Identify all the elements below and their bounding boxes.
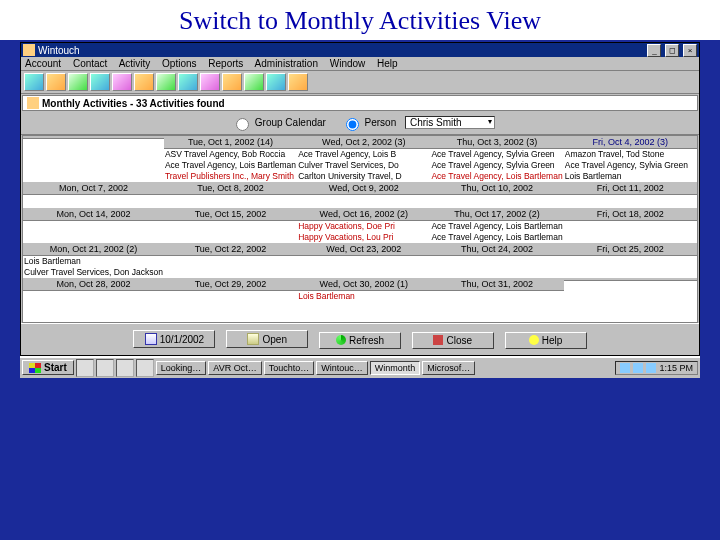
- day-cell[interactable]: [23, 136, 164, 182]
- activity-item[interactable]: Happy Vacations, Doe Pri: [298, 221, 429, 232]
- activity-item[interactable]: Ace Travel Agency, Lois Bartleman: [165, 160, 296, 171]
- refresh-button[interactable]: Refresh: [319, 332, 401, 349]
- day-cell[interactable]: Fri, Oct 25, 2002: [564, 243, 697, 278]
- toolbar-btn-8[interactable]: [178, 73, 198, 91]
- activity-item[interactable]: Ace Travel Agency, Sylvia Green: [431, 149, 562, 160]
- help-icon: [529, 335, 539, 345]
- activity-item[interactable]: Happy Vacations, Lou Pri: [298, 232, 429, 243]
- menu-administration[interactable]: Administration: [255, 58, 318, 69]
- month-button[interactable]: 10/1/2002: [133, 330, 215, 348]
- taskbar-task[interactable]: Wintouc…: [316, 361, 368, 375]
- day-cell[interactable]: Tue, Oct 8, 2002: [164, 182, 297, 208]
- start-button[interactable]: Start: [22, 360, 74, 375]
- taskbar-task[interactable]: AVR Oct…: [208, 361, 261, 375]
- day-cell[interactable]: Tue, Oct 22, 2002: [164, 243, 297, 278]
- close-icon: [433, 335, 443, 345]
- day-cell[interactable]: [564, 278, 697, 322]
- toolbar-btn-1[interactable]: [24, 73, 44, 91]
- toolbar-btn-9[interactable]: [200, 73, 220, 91]
- radio-group-calendar[interactable]: Group Calendar: [231, 117, 326, 128]
- day-cell[interactable]: Wed, Oct 16, 2002 (2)Happy Vacations, Do…: [297, 208, 430, 243]
- menu-options[interactable]: Options: [162, 58, 196, 69]
- radio-person[interactable]: Person: [341, 117, 396, 128]
- toolbar-btn-4[interactable]: [90, 73, 110, 91]
- day-cell[interactable]: Thu, Oct 3, 2002 (3)Ace Travel Agency, S…: [430, 136, 563, 182]
- day-cell[interactable]: Mon, Oct 28, 2002: [23, 278, 164, 322]
- day-cell[interactable]: Wed, Oct 2, 2002 (3)Ace Travel Agency, L…: [297, 136, 430, 182]
- toolbar-btn-12[interactable]: [266, 73, 286, 91]
- day-cell[interactable]: Mon, Oct 14, 2002: [23, 208, 164, 243]
- menu-account[interactable]: Account: [25, 58, 61, 69]
- activity-item[interactable]: Carlton University Travel, D: [298, 171, 429, 182]
- close-view-button[interactable]: Close: [412, 332, 494, 349]
- taskbar-task[interactable]: Looking…: [156, 361, 207, 375]
- day-cell[interactable]: Thu, Oct 31, 2002: [430, 278, 563, 322]
- day-header: Mon, Oct 21, 2002 (2): [23, 243, 164, 256]
- toolbar-btn-11[interactable]: [244, 73, 264, 91]
- toolbar-btn-5[interactable]: [112, 73, 132, 91]
- activity-item[interactable]: Ace Travel Agency, Lois Bartleman: [431, 221, 562, 232]
- close-label: Close: [446, 335, 472, 346]
- taskbar-task[interactable]: Microsof…: [422, 361, 475, 375]
- menu-window[interactable]: Window: [330, 58, 366, 69]
- toolbar-btn-6[interactable]: [134, 73, 154, 91]
- quicklaunch-4[interactable]: [136, 359, 154, 377]
- toolbar-btn-13[interactable]: [288, 73, 308, 91]
- day-cell[interactable]: Tue, Oct 1, 2002 (14)ASV Travel Agency, …: [164, 136, 297, 182]
- day-cell[interactable]: Thu, Oct 10, 2002: [430, 182, 563, 208]
- activity-item[interactable]: Ace Travel Agency, Sylvia Green: [431, 160, 562, 171]
- day-cell[interactable]: Fri, Oct 4, 2002 (3)Amazon Travel, Tod S…: [564, 136, 697, 182]
- menu-help[interactable]: Help: [377, 58, 398, 69]
- day-cell[interactable]: Mon, Oct 7, 2002: [23, 182, 164, 208]
- day-cell[interactable]: Fri, Oct 11, 2002: [564, 182, 697, 208]
- quicklaunch-3[interactable]: [116, 359, 134, 377]
- toolbar-btn-2[interactable]: [46, 73, 66, 91]
- activity-item[interactable]: Ace Travel Agency, Lois Bartleman: [431, 232, 562, 243]
- tray-icon-3[interactable]: [646, 363, 656, 373]
- activity-item[interactable]: ASV Travel Agency, Bob Roccia: [165, 149, 296, 160]
- day-cell[interactable]: Tue, Oct 15, 2002: [164, 208, 297, 243]
- activity-item[interactable]: Lois Bartleman: [298, 291, 429, 302]
- toolbar-btn-10[interactable]: [222, 73, 242, 91]
- tray-icon-2[interactable]: [633, 363, 643, 373]
- toolbar-btn-7[interactable]: [156, 73, 176, 91]
- day-cell[interactable]: Thu, Oct 24, 2002: [430, 243, 563, 278]
- quicklaunch-2[interactable]: [96, 359, 114, 377]
- minimize-button[interactable]: _: [647, 44, 661, 57]
- system-tray[interactable]: 1:15 PM: [615, 361, 698, 375]
- menu-reports[interactable]: Reports: [208, 58, 243, 69]
- help-button[interactable]: Help: [505, 332, 587, 349]
- activity-item[interactable]: Ace Travel Agency, Lois B: [298, 149, 429, 160]
- open-button[interactable]: Open: [226, 330, 308, 348]
- activity-item[interactable]: Ace Travel Agency, Lois Bartleman: [431, 171, 562, 182]
- day-cell[interactable]: Mon, Oct 21, 2002 (2)Lois BartlemanCulve…: [23, 243, 164, 278]
- quicklaunch-1[interactable]: [76, 359, 94, 377]
- day-header: Mon, Oct 14, 2002: [23, 208, 164, 221]
- activity-item[interactable]: Culver Travel Services, Don Jackson: [24, 267, 163, 278]
- day-cell[interactable]: Wed, Oct 30, 2002 (1)Lois Bartleman: [297, 278, 430, 322]
- activity-item[interactable]: Lois Bartleman: [24, 256, 163, 267]
- activity-item[interactable]: Lois Bartleman: [565, 171, 696, 182]
- activity-item[interactable]: Ace Travel Agency, Sylvia Green: [565, 160, 696, 171]
- activity-item[interactable]: Amazon Travel, Tod Stone: [565, 149, 696, 160]
- maximize-button[interactable]: ◻: [665, 44, 679, 57]
- day-cell[interactable]: Thu, Oct 17, 2002 (2)Ace Travel Agency, …: [430, 208, 563, 243]
- close-button[interactable]: ×: [683, 44, 697, 57]
- menubar: Account Contact Activity Options Reports…: [21, 57, 699, 71]
- activity-item[interactable]: Culver Travel Services, Do: [298, 160, 429, 171]
- day-cell[interactable]: Wed, Oct 9, 2002: [297, 182, 430, 208]
- view-subtitle: Monthly Activities - 33 Activities found: [22, 95, 698, 111]
- day-cell[interactable]: Wed, Oct 23, 2002: [297, 243, 430, 278]
- taskbar-task[interactable]: Winmonth: [370, 361, 421, 375]
- toolbar-btn-3[interactable]: [68, 73, 88, 91]
- day-cell[interactable]: Tue, Oct 29, 2002: [164, 278, 297, 322]
- activity-item[interactable]: Travel Publishers Inc., Mary Smith: [165, 171, 296, 182]
- menu-contact[interactable]: Contact: [73, 58, 107, 69]
- menu-activity[interactable]: Activity: [119, 58, 151, 69]
- slide-title: Switch to Monthly Activities View: [0, 0, 720, 40]
- person-select[interactable]: Chris Smith: [405, 116, 495, 129]
- tray-icon-1[interactable]: [620, 363, 630, 373]
- taskbar-task[interactable]: Touchto…: [264, 361, 315, 375]
- day-cell[interactable]: Fri, Oct 18, 2002: [564, 208, 697, 243]
- view-icon: [27, 97, 39, 109]
